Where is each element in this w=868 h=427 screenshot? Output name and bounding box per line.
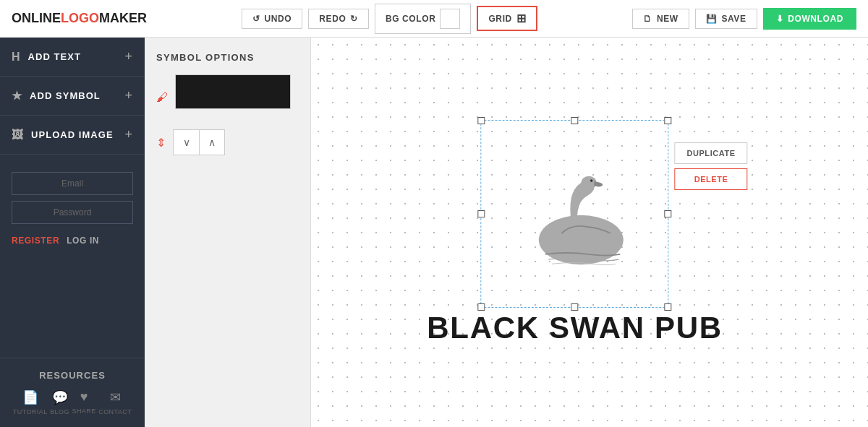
canvas-area[interactable]: DUPLICATE DELETE BLACK SWAN PUB [311, 38, 868, 427]
upload-image-label: UPLOAD IMAGE [31, 129, 114, 140]
bgcolor-button[interactable]: BG COLOR [375, 4, 471, 34]
handle-bottom-left[interactable] [478, 303, 485, 311]
brand-logo-text: LOGO [61, 11, 99, 25]
handle-middle-right[interactable] [665, 210, 672, 217]
add-symbol-plus-icon: + [124, 88, 133, 103]
contact-label: CONTACT [98, 408, 132, 415]
color-row: 🖌 [156, 74, 299, 121]
save-button[interactable]: 💾 SAVE [695, 9, 757, 29]
blog-item[interactable]: 💬 BLOG [50, 389, 69, 415]
brand-logo: ONLINELOGOMAKER [12, 11, 147, 26]
size-up-button[interactable]: ∧ [199, 129, 225, 155]
grid-icon: ⊞ [516, 12, 527, 25]
size-down-button[interactable]: ∨ [173, 129, 199, 155]
undo-icon: ↺ [252, 14, 260, 24]
download-button[interactable]: ⬇ DOWNLOAD [763, 8, 856, 30]
brand-maker: MAKER [99, 11, 147, 25]
symbol-options-panel: SYMBOL OPTIONS 🖌 ⇕ ∨ ∧ [145, 38, 311, 427]
tutorial-icon: 📄 [22, 389, 38, 405]
swan-svg [510, 142, 640, 286]
redo-icon: ↻ [350, 14, 358, 24]
svg-point-2 [590, 179, 593, 182]
save-label: SAVE [721, 14, 746, 24]
password-field[interactable] [12, 201, 133, 224]
context-buttons: DUPLICATE DELETE [674, 142, 747, 190]
resize-icon: ⇕ [156, 136, 166, 150]
auth-section [0, 160, 145, 236]
blog-label: BLOG [50, 408, 69, 415]
bgcolor-label: BG COLOR [386, 14, 435, 24]
auth-buttons: REGISTER LOG IN [0, 236, 145, 246]
add-text-plus-icon: + [124, 49, 133, 64]
download-icon: ⬇ [776, 14, 784, 24]
email-field[interactable] [12, 172, 133, 195]
undo-label: UNDO [265, 14, 292, 24]
blog-icon: 💬 [52, 389, 68, 405]
handle-top-left[interactable] [478, 117, 485, 124]
toolbar-right: 🗋 NEW 💾 SAVE ⬇ DOWNLOAD [632, 8, 856, 30]
panel-title: SYMBOL OPTIONS [156, 52, 299, 63]
selection-container: DUPLICATE DELETE [481, 120, 669, 308]
new-button[interactable]: 🗋 NEW [632, 9, 689, 29]
resources-icons: 📄 TUTORIAL 💬 BLOG ♥ SHARE ✉ CONTACT [12, 389, 133, 415]
share-icon: ♥ [80, 389, 88, 405]
tutorial-item[interactable]: 📄 TUTORIAL [13, 389, 48, 415]
redo-button[interactable]: REDO ↻ [308, 9, 369, 29]
swan-symbol [482, 121, 668, 307]
save-icon: 💾 [706, 14, 718, 24]
logo-canvas: DUPLICATE DELETE BLACK SWAN PUB [427, 120, 723, 345]
topbar: ONLINELOGOMAKER ↺ UNDO REDO ↻ BG COLOR G… [0, 0, 868, 38]
handle-bottom-center[interactable] [571, 303, 579, 311]
size-row: ⇕ ∨ ∧ [156, 129, 299, 155]
handle-middle-left[interactable] [478, 210, 485, 217]
duplicate-button[interactable]: DUPLICATE [674, 142, 747, 164]
sidebar: H ADD TEXT + ★ ADD SYMBOL + 🖼 UPLOAD IMA… [0, 38, 145, 427]
login-button[interactable]: LOG IN [67, 236, 99, 246]
size-controls: ∨ ∧ [173, 129, 225, 155]
star-icon: ★ [12, 89, 22, 103]
share-item[interactable]: ♥ SHARE [72, 389, 95, 415]
contact-item[interactable]: ✉ CONTACT [98, 389, 132, 415]
sidebar-item-upload-image[interactable]: 🖼 UPLOAD IMAGE + [0, 116, 145, 155]
handle-top-center[interactable] [571, 117, 579, 124]
add-symbol-label: ADD SYMBOL [30, 90, 101, 101]
brand-online: ONLINE [12, 11, 61, 25]
undo-button[interactable]: ↺ UNDO [242, 9, 302, 29]
sidebar-item-add-symbol[interactable]: ★ ADD SYMBOL + [0, 77, 145, 116]
logo-text: BLACK SWAN PUB [427, 311, 723, 345]
share-label: SHARE [72, 407, 95, 415]
toolbar-left: ↺ UNDO REDO ↻ BG COLOR GRID ⊞ [242, 4, 538, 34]
upload-image-plus-icon: + [124, 127, 133, 142]
selection-box[interactable]: DUPLICATE DELETE [481, 120, 669, 308]
symbol-color-swatch[interactable] [175, 74, 291, 109]
bgcolor-swatch[interactable] [440, 9, 460, 29]
grid-button[interactable]: GRID ⊞ [477, 6, 537, 31]
delete-button[interactable]: DELETE [674, 168, 747, 190]
redo-label: REDO [319, 14, 346, 24]
text-icon: H [12, 51, 21, 64]
handle-bottom-right[interactable] [665, 303, 672, 311]
download-label: DOWNLOAD [788, 14, 843, 24]
sidebar-item-add-text[interactable]: H ADD TEXT + [0, 38, 145, 77]
register-button[interactable]: REGISTER [12, 236, 59, 246]
contact-icon: ✉ [110, 389, 121, 405]
svg-point-0 [539, 215, 624, 264]
new-icon: 🗋 [643, 14, 652, 24]
image-icon: 🖼 [12, 129, 24, 142]
main-area: H ADD TEXT + ★ ADD SYMBOL + 🖼 UPLOAD IMA… [0, 38, 868, 427]
handle-top-right[interactable] [665, 117, 672, 124]
new-label: NEW [657, 14, 678, 24]
resources-section: RESOURCES 📄 TUTORIAL 💬 BLOG ♥ SHARE ✉ CO… [0, 358, 145, 427]
tutorial-label: TUTORIAL [13, 408, 48, 415]
resources-title: RESOURCES [12, 370, 133, 381]
grid-label: GRID [488, 14, 511, 24]
paint-brush-icon: 🖌 [156, 91, 168, 104]
add-text-label: ADD TEXT [28, 51, 81, 62]
